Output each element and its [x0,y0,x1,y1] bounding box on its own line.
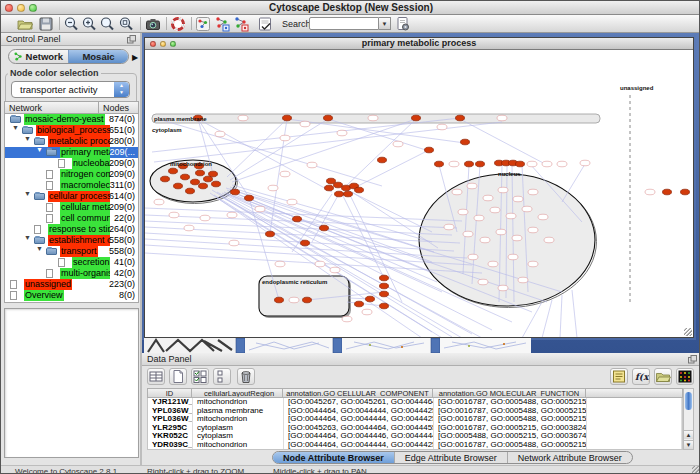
control-panel-title: Control Panel [6,34,61,44]
formula-builder-icon[interactable]: f(x) [632,368,650,385]
float-panel-icon[interactable] [127,35,136,44]
tree-column-network[interactable]: Network [4,101,99,114]
table-row[interactable]: YLR295Ccytoplasm[GO:0045263, GO:0044464,… [148,424,682,433]
scrollbar-thumb[interactable] [685,392,692,410]
network-graph[interactable]: plasma membranecytoplasmmitochondrionnuc… [145,50,693,337]
expand-arrow-icon[interactable]: ▼ [24,234,31,241]
new-attribute-icon[interactable] [169,368,187,385]
tree-row-node-count: 651(0) [109,125,135,136]
vizmapper-icon[interactable] [195,16,211,32]
data-table-scrollbar[interactable]: ▲ ▼ [683,388,694,450]
tab-edge-attribute-browser[interactable]: Edge Attribute Browser [394,452,507,463]
table-row[interactable]: YPL036W__1mitochondrion[GO:0044464, GO:0… [148,415,682,424]
notes-icon[interactable] [610,368,628,385]
tree-row-label: primary metabo [60,147,110,158]
tree-row-unassigned[interactable]: unassigned223(0) [5,279,138,290]
open-file-icon[interactable] [17,16,33,32]
zoom-in-icon[interactable] [81,16,97,32]
column-header-id[interactable]: ID [147,388,192,398]
tree-row-establishment-of-lo[interactable]: ▼establishment of lo558(0) [5,235,138,246]
folder-icon [46,149,57,156]
unselect-attributes-icon[interactable] [213,368,231,385]
expand-arrow-icon[interactable]: ▼ [36,245,43,252]
manage-networks-icon[interactable] [214,16,230,32]
tree-row-cellular-process[interactable]: ▼cellular process614(0) [5,191,138,202]
title-bar[interactable]: Cytoscape Desktop (New Session) [1,1,700,15]
tree-row-label: metabolic process [48,136,110,147]
tree-column-nodes[interactable]: Nodes [99,101,139,114]
network-window-titlebar[interactable]: primary metabolic process [145,38,693,50]
tree-row-multi-organism-pro[interactable]: multi-organism pro42(0) [5,268,138,279]
tab-overflow-arrow-icon[interactable]: ▶ [132,53,138,62]
table-row[interactable]: YKR052Ccytoplasm[GO:0044464, GO:0044446,… [148,432,682,441]
tree-row-metabolic-process[interactable]: ▼metabolic process280(0) [5,136,138,147]
tree-row-cell-communicat[interactable]: cell communicat22(0) [5,213,138,224]
tree-row-overview[interactable]: Overview8(0) [5,290,138,301]
save-icon[interactable] [38,16,54,32]
window-title: Cytoscape Desktop (New Session) [1,2,700,13]
table-row[interactable]: YDR039C__1mitochondrion[GO:0044464, GO:0… [148,441,682,450]
tree-row-node-count: 209(0) [109,202,135,213]
network-overlay-icon[interactable] [233,16,249,32]
scroll-down-icon[interactable]: ▼ [684,440,693,449]
tree-row-nucleobase-[interactable]: nucleobase-209(0) [5,158,138,169]
tab-network[interactable]: Network [9,50,68,63]
expand-arrow-icon[interactable]: ▼ [24,190,31,197]
expand-arrow-icon[interactable]: ▼ [24,135,31,142]
annotation-icon[interactable] [257,16,273,32]
attribute-matrix-icon[interactable] [147,368,165,385]
background-windows-strip[interactable] [144,338,694,353]
column-header-cellular-component[interactable]: annotation.GO CELLULAR_COMPONENT [283,388,433,398]
tree-row-primary-metabo[interactable]: ▼primary metabo209(... [5,147,138,158]
float-panel-icon[interactable] [688,355,697,364]
zoom-out-icon[interactable] [63,16,79,32]
data-panel-header: Data Panel [142,353,700,366]
tab-node-attribute-browser[interactable]: Node Attribute Browser [273,452,394,463]
network-canvas[interactable]: plasma membranecytoplasmmitochondrionnuc… [145,50,693,337]
tree-row-secretion[interactable]: secretion41(0) [5,257,138,268]
help-icon[interactable] [170,16,186,32]
table-row[interactable]: YPL036W__2plasma membrane[GO:0044464, GO… [148,407,682,416]
file-icon [34,225,41,234]
birds-eye-view[interactable] [4,308,139,458]
folder-icon [10,116,21,123]
tree-row-node-count: 280(0) [109,136,135,147]
column-header-molecular-function[interactable]: annotation.GO MOLECULAR_FUNCTION [433,388,586,398]
zoom-selected-icon[interactable] [118,16,134,32]
select-attributes-icon[interactable] [191,368,209,385]
zoom-fit-icon[interactable] [99,16,115,32]
table-row[interactable]: YJR121W__1mitochondrion[GO:0045267, GO:0… [148,398,682,407]
app-resize-grip[interactable] [692,466,700,474]
svg-text:unassigned: unassigned [620,85,654,91]
tree-row-transport[interactable]: ▼transport558(0) [5,246,138,257]
delete-attribute-icon[interactable] [237,368,255,385]
network-tree-icon [14,52,23,61]
svg-text:cytoplasm: cytoplasm [152,127,182,133]
network-view-window[interactable]: primary metabolic process plasma membran… [144,37,694,338]
column-header-region[interactable]: _cellularLayoutRegion [192,388,283,398]
control-panel: Control Panel Network Mosaic ▶ Node colo… [1,33,142,465]
table-cell: [GO:0044464, GO:0044444, GO:0044425, G..… [284,441,434,450]
data-panel-toolbar: f(x) [145,367,698,387]
table-cell: YDR039C__1 [148,441,193,450]
tree-row-cellular-metabo[interactable]: cellular metabo209(0) [5,202,138,213]
scroll-up-icon[interactable]: ▲ [684,430,693,439]
window-resize-grip[interactable] [684,328,692,336]
tab-mosaic[interactable]: Mosaic [68,50,128,63]
snapshot-icon[interactable] [145,16,161,32]
advanced-search-icon[interactable] [395,16,411,32]
search-dropdown-arrow[interactable]: ▼ [379,17,391,30]
tree-row-mosaic-demo-yeast[interactable]: mosaic-demo-yeast874(0) [5,114,138,125]
search-input[interactable] [309,17,379,30]
tree-row-label: establishment of lo [48,235,110,246]
node-color-select[interactable]: transporter activity ▲▼ [11,81,130,98]
table-cell: mitochondrion [193,441,284,450]
combo-stepper-icon[interactable]: ▲▼ [114,82,129,97]
heatmap-icon[interactable] [676,368,694,385]
expand-arrow-icon[interactable]: ▼ [12,124,19,131]
expand-arrow-icon[interactable]: ▼ [36,146,43,153]
tab-network-attribute-browser[interactable]: Network Attribute Browser [507,452,632,463]
import-attributes-icon[interactable] [654,368,672,385]
tree-row-label: unassigned [24,279,72,290]
tree-row-nitrogen-compo[interactable]: nitrogen compo209(0) [5,169,138,180]
